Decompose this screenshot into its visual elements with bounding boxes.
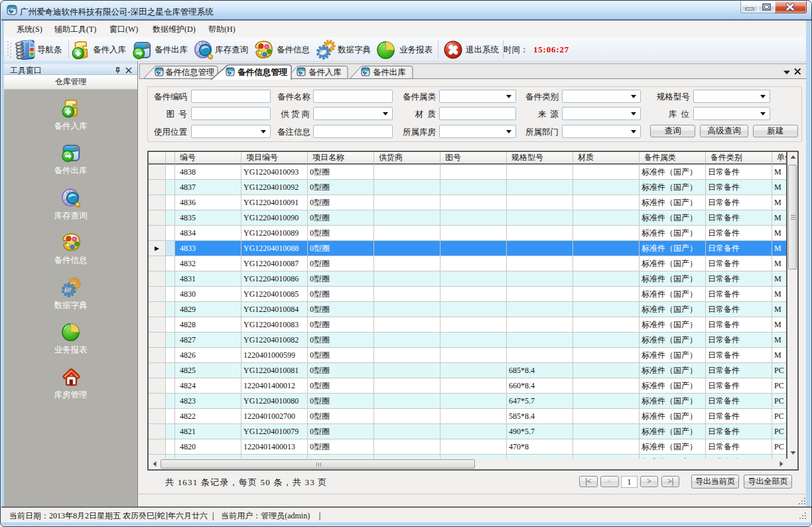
svg-text:备件信息管理: 备件信息管理 bbox=[165, 68, 214, 77]
svg-text:备件信息管理: 备件信息管理 bbox=[237, 68, 288, 77]
svg-text:备件入库: 备件入库 bbox=[308, 68, 342, 77]
svg-text:备件出库: 备件出库 bbox=[373, 68, 406, 77]
